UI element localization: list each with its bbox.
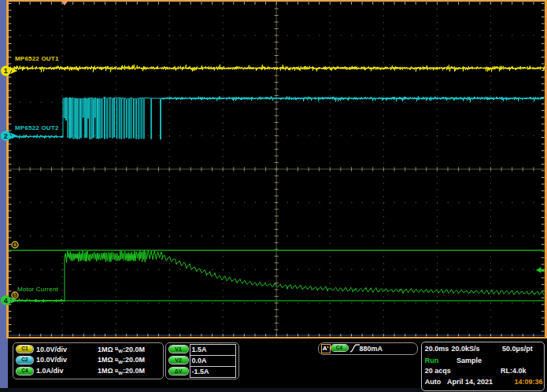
svg-text:b: b bbox=[13, 292, 17, 298]
svg-text:1: 1 bbox=[4, 67, 8, 75]
svg-text:a: a bbox=[13, 242, 17, 247]
svg-text:2: 2 bbox=[4, 132, 8, 140]
svg-text:4: 4 bbox=[4, 297, 8, 305]
